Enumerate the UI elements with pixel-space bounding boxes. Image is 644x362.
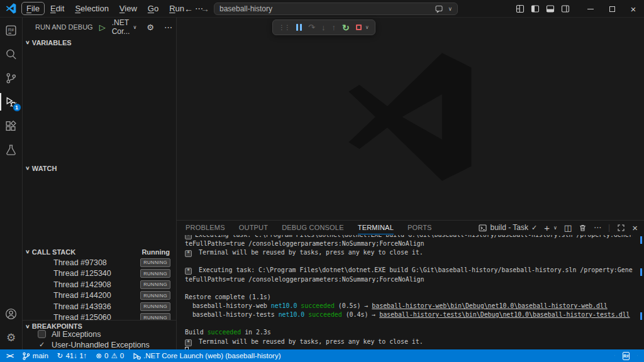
toggle-panel-icon[interactable]: [546, 4, 555, 13]
chevron-down-icon[interactable]: ∨: [448, 6, 452, 12]
toggle-secondary-sidebar-icon[interactable]: [561, 4, 570, 13]
new-terminal-icon[interactable]: +: [544, 222, 550, 233]
terminal-line: [185, 257, 633, 266]
terminal-line: * Terminal will be reused by tasks, pres…: [185, 337, 633, 346]
panel-tab-debug-console[interactable]: DEBUG CONSOLE: [282, 221, 344, 234]
warning-count: 0: [120, 352, 124, 359]
remote-indicator[interactable]: ><: [6, 352, 13, 359]
debug-session-indicator[interactable]: .NET Core Launch (web) (baseball-history…: [133, 352, 280, 360]
task-badge-icon: *: [185, 339, 192, 346]
section-call-stack[interactable]: ∨ CALL STACK Running: [23, 246, 176, 258]
call-stack-thread-row[interactable]: Thread #143936RUNNING: [23, 301, 176, 312]
menu-go[interactable]: Go: [143, 2, 164, 15]
resharper-icon: R#: [4, 24, 18, 37]
forward-icon[interactable]: →: [201, 4, 209, 14]
breakpoint-label: User-Unhandled Exceptions: [52, 341, 150, 349]
step-over-icon[interactable]: ↷: [308, 23, 315, 32]
sidebar-item-run-debug[interactable]: 1: [0, 90, 23, 114]
command-center-search[interactable]: baseball-history ∨: [214, 3, 458, 15]
terminal-text: Terminal will be reused by tasks, press …: [195, 249, 423, 256]
panel-tab-problems[interactable]: PROBLEMS: [186, 221, 225, 234]
menu-edit[interactable]: Edit: [45, 2, 69, 15]
chevron-down-icon[interactable]: ∨: [553, 225, 557, 231]
panel-tab-ports[interactable]: PORTS: [408, 221, 432, 234]
maximize-button[interactable]: [601, 0, 623, 18]
chevron-down-icon: ∨: [133, 25, 136, 30]
launch-configuration-dropdown[interactable]: .NET Cor... ∨: [112, 18, 137, 36]
terminal-icon: [479, 224, 487, 232]
minimize-button[interactable]: [580, 0, 601, 18]
settings-button[interactable]: ⚙: [0, 326, 23, 349]
terminal-text: Build: [185, 329, 208, 336]
sidebar-item-resharper[interactable]: R#: [0, 18, 23, 42]
pause-icon[interactable]: [296, 24, 302, 31]
terminal-line: Restore complete (1.1s): [185, 293, 633, 302]
breakpoint-label: All Exceptions: [52, 330, 101, 339]
terminal-output[interactable]: *Executing task: C:\Program Files\dotnet…: [185, 235, 633, 349]
menu-selection[interactable]: Selection: [70, 2, 113, 15]
call-stack-thread-row[interactable]: Thread #125340RUNNING: [23, 268, 176, 280]
step-out-icon[interactable]: ↑: [331, 23, 336, 32]
terminal-text: net10.0: [271, 302, 297, 309]
copilot-chat-icon[interactable]: [435, 4, 443, 13]
panel-tab-terminal[interactable]: TERMINAL: [358, 221, 394, 234]
more-actions-icon[interactable]: ⋯: [594, 223, 601, 232]
split-terminal-icon[interactable]: ◫: [564, 223, 572, 233]
chevron-down-icon: ∨: [25, 165, 30, 171]
panel-tabs: PROBLEMSOUTPUTDEBUG CONSOLETERMINALPORTS: [177, 221, 432, 234]
start-debugging-icon[interactable]: ▷: [99, 23, 106, 32]
checked-checkbox-icon[interactable]: ✓: [38, 341, 46, 349]
close-panel-icon[interactable]: ×: [632, 222, 638, 233]
branch-indicator[interactable]: main: [22, 352, 48, 360]
thread-list: Thread #97308RUNNINGThread #125340RUNNIN…: [23, 257, 176, 320]
thread-label: Thread #143936: [53, 302, 111, 311]
bell-icon[interactable]: [637, 355, 638, 356]
account-button[interactable]: [0, 302, 23, 326]
step-into-icon[interactable]: ↓: [321, 23, 326, 32]
terminal-link[interactable]: baseball-history-tests\bin\Debug\net10.0…: [379, 311, 630, 318]
unchecked-checkbox-icon[interactable]: [38, 330, 46, 338]
configure-gear-icon[interactable]: ⚙: [147, 23, 154, 32]
chevron-down-icon[interactable]: ∨: [365, 25, 369, 30]
resharper-status-icon[interactable]: R#: [623, 352, 629, 360]
stop-icon[interactable]: [356, 25, 362, 30]
sidebar-item-testing[interactable]: [0, 138, 23, 162]
terminal-text: (0.4s) →: [342, 311, 379, 318]
copilot-icon[interactable]: [614, 355, 615, 356]
menu-file[interactable]: File: [21, 2, 45, 15]
terminal-text: Restore complete (1.1s): [185, 293, 271, 300]
kill-terminal-trash-icon[interactable]: [579, 224, 587, 232]
panel-tab-output[interactable]: OUTPUT: [239, 221, 268, 234]
terminal-line: teFullPaths=true /consoleloggerparameter…: [185, 239, 633, 248]
terminal-text: succeeded: [301, 302, 335, 309]
sidebar-item-source-control[interactable]: [0, 66, 23, 90]
settings-gear-icon: ⚙: [6, 331, 16, 344]
call-stack-thread-row[interactable]: Thread #125060RUNNING: [23, 312, 176, 321]
sync-counts: 41↓ 1↑: [65, 352, 87, 359]
call-stack-thread-row[interactable]: Thread #142908RUNNING: [23, 279, 176, 290]
breakpoint-row[interactable]: All Exceptions: [23, 329, 176, 339]
toggle-primary-sidebar-icon[interactable]: [531, 4, 540, 13]
terminal-instance-dropdown[interactable]: build - Task ✓: [479, 223, 537, 232]
section-variables[interactable]: ∨ VARIABLES: [23, 36, 176, 48]
maximize-panel-icon[interactable]: [617, 224, 625, 232]
call-stack-thread-row[interactable]: Thread #97308RUNNING: [23, 257, 176, 268]
restart-icon[interactable]: ↻: [342, 23, 350, 33]
call-stack-thread-row[interactable]: Thread #144200RUNNING: [23, 290, 176, 302]
menu-view[interactable]: View: [114, 2, 142, 15]
sync-indicator[interactable]: ↻ 41↓ 1↑: [57, 351, 87, 360]
customize-layout-icon[interactable]: [516, 4, 525, 13]
task-badge-icon: *: [185, 235, 192, 239]
more-actions-icon[interactable]: ⋯: [164, 23, 172, 32]
breakpoint-row[interactable]: ✓User-Unhandled Exceptions: [23, 339, 176, 349]
problems-indicator[interactable]: ⊗ 0 ⚠ 0: [96, 351, 124, 360]
terminal-link[interactable]: baseball-history-web\bin\Debug\net10.0\b…: [372, 302, 608, 309]
sidebar-item-extensions[interactable]: [0, 114, 23, 138]
section-watch[interactable]: ∨ WATCH: [23, 162, 176, 174]
call-stack-status: Running: [142, 248, 170, 256]
close-window-button[interactable]: ×: [623, 0, 644, 18]
drag-grip-icon[interactable]: ⋮⋮: [279, 24, 290, 31]
back-icon[interactable]: ←: [184, 4, 193, 14]
sidebar-item-search[interactable]: [0, 42, 23, 66]
debug-status-icon: [133, 352, 141, 360]
